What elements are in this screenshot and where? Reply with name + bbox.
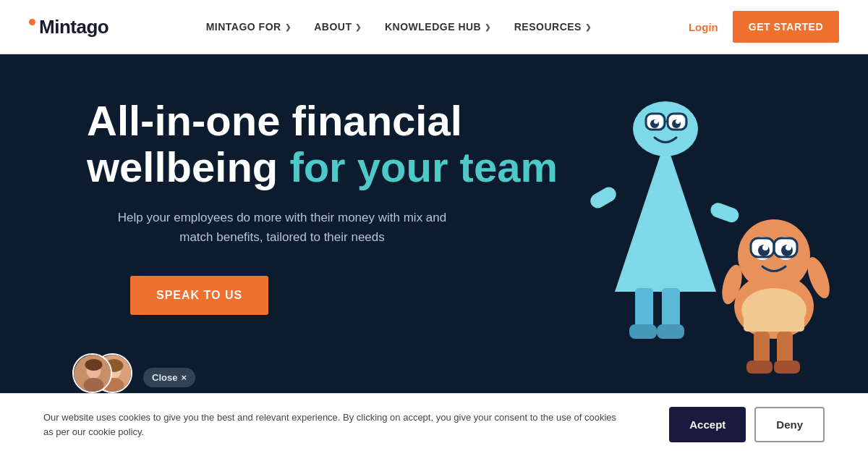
chevron-down-icon: ❯ [355,23,362,31]
nav-label-mintago-for: MINTAGO FOR [206,21,281,33]
svg-rect-39 [774,361,800,374]
svg-point-14 [654,119,658,124]
svg-point-9 [633,101,698,156]
svg-point-15 [676,119,680,124]
cookie-message: Our website uses cookies to give you the… [43,410,622,439]
svg-point-31 [762,245,768,250]
characters-svg [550,60,854,393]
svg-marker-8 [615,140,716,292]
logo-text: Mintago [39,16,109,38]
hero-title-highlight: for your team [289,143,558,190]
chevron-down-icon: ❯ [485,23,491,31]
deny-button[interactable]: Deny [754,407,825,442]
svg-rect-22 [657,324,684,339]
nav-actions: Login GET STARTED [689,11,839,43]
svg-point-26 [738,219,810,292]
hero-title-line1: All-in-one financial [87,97,462,144]
avatar-1 [72,353,112,393]
chat-widget: Close × [72,350,195,393]
logo-dot-icon [29,19,35,25]
svg-rect-23 [588,185,619,211]
nav-links: MINTAGO FOR ❯ ABOUT ❯ KNOWLEDGE HUB ❯ RE… [206,21,592,33]
nav-item-knowledge-hub[interactable]: KNOWLEDGE HUB ❯ [385,21,491,33]
navbar: Mintago MINTAGO FOR ❯ ABOUT ❯ KNOWLEDGE … [0,0,868,54]
svg-point-3 [85,359,103,371]
nav-label-about: ABOUT [314,21,352,33]
login-button[interactable]: Login [689,21,718,33]
cookie-banner: Our website uses cookies to give you the… [0,393,868,451]
nav-item-resources[interactable]: RESOURCES ❯ [514,21,592,33]
nav-item-mintago-for[interactable]: MINTAGO FOR ❯ [206,21,292,33]
svg-rect-38 [746,361,773,374]
logo[interactable]: Mintago [29,16,109,38]
nav-item-about[interactable]: ABOUT ❯ [314,21,362,33]
character-illustration [550,60,854,393]
get-started-button[interactable]: GET STARTED [733,11,839,43]
chevron-down-icon: ❯ [285,23,292,31]
svg-point-2 [84,378,104,392]
nav-label-knowledge-hub: KNOWLEDGE HUB [385,21,481,33]
close-badge[interactable]: Close × [143,368,195,387]
speak-to-us-button[interactable]: SPEAK TO US [130,276,268,315]
hero-section: All-in-one financial wellbeing for your … [0,54,868,393]
svg-rect-21 [629,324,657,339]
hero-title-plain: wellbeing [87,143,289,190]
hero-subtitle: Help your employees do more with their m… [109,208,456,247]
hero-content: All-in-one financial wellbeing for your … [87,98,558,315]
close-icon: × [181,372,187,383]
cookie-actions: Accept Deny [669,407,825,442]
accept-button[interactable]: Accept [669,407,746,442]
svg-rect-43 [744,310,804,332]
chevron-down-icon: ❯ [585,23,592,31]
nav-label-resources: RESOURCES [514,21,582,33]
svg-point-32 [786,245,791,250]
close-label: Close [152,372,177,383]
hero-title: All-in-one financial wellbeing for your … [87,98,558,190]
chat-avatars [72,350,137,393]
svg-rect-24 [709,201,741,224]
